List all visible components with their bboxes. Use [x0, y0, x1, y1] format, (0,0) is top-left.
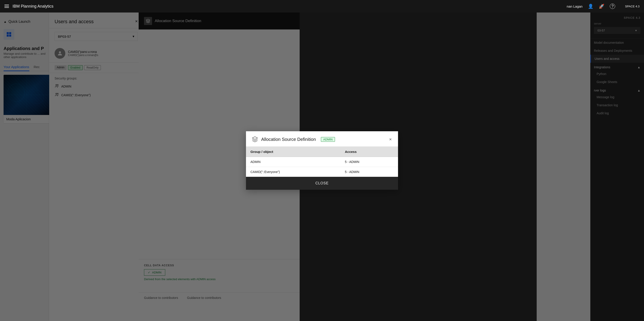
- table-row: CAMID("::Everyone") 5 - ADMIN: [246, 167, 398, 177]
- allocation-modal: Allocation Source Definition ADMIN × Gro…: [246, 131, 398, 190]
- modal-overlay: Allocation Source Definition ADMIN × Gro…: [0, 0, 644, 321]
- help-icon[interactable]: ?: [610, 3, 615, 9]
- app-title: IBM Planning Analytics: [12, 4, 54, 9]
- table-header-row: Group / object Access: [246, 147, 398, 157]
- modal-close-button[interactable]: ×: [388, 136, 393, 143]
- modal-header: Allocation Source Definition ADMIN ×: [246, 131, 398, 147]
- nav-left: IBM Planning Analytics: [4, 4, 54, 9]
- col-header-access: Access: [340, 147, 398, 157]
- modal-body: Group / object Access ADMIN 5 - ADMIN CA…: [246, 147, 398, 177]
- col-header-group: Group / object: [246, 147, 340, 157]
- space-label: SPACE 4.3: [625, 5, 640, 8]
- nav-right: nan Lagan 👤 🚀 ? SPACE 4.3: [567, 3, 640, 9]
- hamburger-menu[interactable]: [4, 5, 9, 8]
- user-icon[interactable]: 👤: [588, 3, 594, 9]
- row-group-admin: ADMIN: [246, 157, 340, 167]
- top-nav-bar: IBM Planning Analytics nan Lagan 👤 🚀 ? S…: [0, 0, 644, 12]
- row-group-everyone: CAMID("::Everyone"): [246, 167, 340, 177]
- table-row: ADMIN 5 - ADMIN: [246, 157, 398, 167]
- modal-icon: [251, 136, 258, 143]
- admin-badge: ADMIN: [321, 137, 335, 142]
- rocket-icon[interactable]: 🚀: [599, 3, 604, 9]
- row-access-everyone: 5 - ADMIN: [340, 167, 398, 177]
- modal-footer: CLOSE: [246, 177, 398, 190]
- row-access-admin: 5 - ADMIN: [340, 157, 398, 167]
- access-table: Group / object Access ADMIN 5 - ADMIN CA…: [246, 147, 398, 177]
- user-name: nan Lagan: [567, 4, 582, 8]
- modal-title-area: Allocation Source Definition ADMIN: [251, 136, 335, 143]
- modal-title: Allocation Source Definition: [261, 137, 316, 142]
- modal-close-btn[interactable]: CLOSE: [246, 177, 398, 190]
- svg-marker-17: [252, 137, 258, 139]
